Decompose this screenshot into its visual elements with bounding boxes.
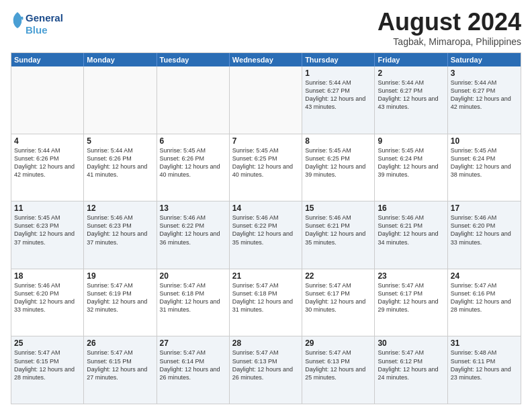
day-number: 26 bbox=[87, 338, 153, 348]
header-day-thursday: Thursday bbox=[302, 53, 375, 66]
cell-info: Sunrise: 5:46 AM Sunset: 6:21 PM Dayligh… bbox=[378, 214, 444, 246]
calendar-header: SundayMondayTuesdayWednesdayThursdayFrid… bbox=[11, 53, 521, 66]
day-number: 8 bbox=[305, 136, 371, 146]
cell-info: Sunrise: 5:47 AM Sunset: 6:19 PM Dayligh… bbox=[87, 281, 153, 314]
cell-info: Sunrise: 5:45 AM Sunset: 6:23 PM Dayligh… bbox=[14, 214, 81, 246]
calendar-cell: 15 Sunrise: 5:46 AM Sunset: 6:21 PM Dayl… bbox=[302, 201, 375, 269]
calendar-row-4: 25 Sunrise: 5:47 AM Sunset: 6:15 PM Dayl… bbox=[11, 336, 521, 404]
day-number: 15 bbox=[305, 203, 371, 213]
day-number: 5 bbox=[87, 136, 153, 146]
cell-info: Sunrise: 5:45 AM Sunset: 6:24 PM Dayligh… bbox=[451, 146, 518, 179]
cell-info: Sunrise: 5:47 AM Sunset: 6:17 PM Dayligh… bbox=[378, 281, 444, 314]
cell-info: Sunrise: 5:45 AM Sunset: 6:25 PM Dayligh… bbox=[232, 146, 299, 179]
page-header: General Blue August 2024 Tagbak, Mimarop… bbox=[11, 8, 521, 47]
day-number: 22 bbox=[305, 271, 371, 281]
cell-info: Sunrise: 5:47 AM Sunset: 6:18 PM Dayligh… bbox=[160, 281, 226, 314]
calendar-cell: 26 Sunrise: 5:47 AM Sunset: 6:15 PM Dayl… bbox=[84, 336, 157, 404]
calendar-cell: 3 Sunrise: 5:44 AM Sunset: 6:27 PM Dayli… bbox=[448, 66, 521, 134]
logo: General Blue bbox=[11, 11, 63, 38]
day-number: 1 bbox=[305, 68, 371, 78]
cell-info: Sunrise: 5:47 AM Sunset: 6:18 PM Dayligh… bbox=[232, 281, 299, 314]
cell-info: Sunrise: 5:47 AM Sunset: 6:13 PM Dayligh… bbox=[232, 349, 299, 381]
logo-line2: Blue bbox=[26, 24, 63, 36]
day-number: 2 bbox=[378, 68, 444, 78]
calendar-cell: 7 Sunrise: 5:45 AM Sunset: 6:25 PM Dayli… bbox=[230, 134, 302, 201]
cell-info: Sunrise: 5:47 AM Sunset: 6:12 PM Dayligh… bbox=[378, 349, 444, 381]
day-number: 23 bbox=[378, 271, 444, 281]
day-number: 12 bbox=[87, 203, 153, 213]
day-number: 3 bbox=[451, 68, 518, 78]
day-number: 10 bbox=[451, 136, 518, 146]
calendar-cell: 20 Sunrise: 5:47 AM Sunset: 6:18 PM Dayl… bbox=[157, 269, 230, 336]
calendar-cell: 23 Sunrise: 5:47 AM Sunset: 6:17 PM Dayl… bbox=[375, 269, 447, 336]
calendar-cell bbox=[157, 66, 230, 134]
calendar-cell bbox=[230, 66, 302, 134]
calendar-row-1: 4 Sunrise: 5:44 AM Sunset: 6:26 PM Dayli… bbox=[11, 134, 521, 201]
cell-info: Sunrise: 5:44 AM Sunset: 6:27 PM Dayligh… bbox=[451, 79, 518, 111]
calendar-cell: 10 Sunrise: 5:45 AM Sunset: 6:24 PM Dayl… bbox=[448, 134, 521, 201]
day-number: 9 bbox=[378, 136, 444, 146]
cell-info: Sunrise: 5:47 AM Sunset: 6:13 PM Dayligh… bbox=[305, 349, 371, 381]
calendar-cell bbox=[11, 66, 84, 134]
calendar-cell: 22 Sunrise: 5:47 AM Sunset: 6:17 PM Dayl… bbox=[302, 269, 375, 336]
calendar-cell: 5 Sunrise: 5:44 AM Sunset: 6:26 PM Dayli… bbox=[84, 134, 157, 201]
calendar-cell: 24 Sunrise: 5:47 AM Sunset: 6:16 PM Dayl… bbox=[448, 269, 521, 336]
day-number: 27 bbox=[160, 338, 226, 348]
calendar-cell: 14 Sunrise: 5:46 AM Sunset: 6:22 PM Dayl… bbox=[230, 201, 302, 269]
calendar-cell bbox=[84, 66, 157, 134]
calendar-cell: 13 Sunrise: 5:46 AM Sunset: 6:22 PM Dayl… bbox=[157, 201, 230, 269]
cell-info: Sunrise: 5:44 AM Sunset: 6:26 PM Dayligh… bbox=[87, 146, 153, 179]
day-number: 19 bbox=[87, 271, 153, 281]
day-number: 25 bbox=[14, 338, 81, 348]
calendar-cell: 19 Sunrise: 5:47 AM Sunset: 6:19 PM Dayl… bbox=[84, 269, 157, 336]
day-number: 16 bbox=[378, 203, 444, 213]
month-title: August 2024 bbox=[378, 8, 521, 36]
calendar-cell: 27 Sunrise: 5:47 AM Sunset: 6:14 PM Dayl… bbox=[157, 336, 230, 404]
calendar-cell: 29 Sunrise: 5:47 AM Sunset: 6:13 PM Dayl… bbox=[302, 336, 375, 404]
calendar-cell: 1 Sunrise: 5:44 AM Sunset: 6:27 PM Dayli… bbox=[302, 66, 375, 134]
calendar-body: 1 Sunrise: 5:44 AM Sunset: 6:27 PM Dayli… bbox=[11, 66, 521, 404]
header-day-monday: Monday bbox=[84, 53, 157, 66]
day-number: 17 bbox=[451, 203, 518, 213]
cell-info: Sunrise: 5:46 AM Sunset: 6:23 PM Dayligh… bbox=[87, 214, 153, 246]
cell-info: Sunrise: 5:46 AM Sunset: 6:20 PM Dayligh… bbox=[14, 281, 81, 314]
cell-info: Sunrise: 5:44 AM Sunset: 6:27 PM Dayligh… bbox=[305, 79, 371, 111]
day-number: 21 bbox=[232, 271, 299, 281]
header-day-wednesday: Wednesday bbox=[230, 53, 302, 66]
calendar-cell: 11 Sunrise: 5:45 AM Sunset: 6:23 PM Dayl… bbox=[11, 201, 84, 269]
cell-info: Sunrise: 5:47 AM Sunset: 6:15 PM Dayligh… bbox=[87, 349, 153, 381]
day-number: 14 bbox=[232, 203, 299, 213]
calendar-cell: 28 Sunrise: 5:47 AM Sunset: 6:13 PM Dayl… bbox=[230, 336, 302, 404]
day-number: 18 bbox=[14, 271, 81, 281]
calendar-cell: 6 Sunrise: 5:45 AM Sunset: 6:26 PM Dayli… bbox=[157, 134, 230, 201]
header-day-saturday: Saturday bbox=[448, 53, 521, 66]
day-number: 29 bbox=[305, 338, 371, 348]
calendar-cell: 21 Sunrise: 5:47 AM Sunset: 6:18 PM Dayl… bbox=[230, 269, 302, 336]
day-number: 11 bbox=[14, 203, 81, 213]
header-day-tuesday: Tuesday bbox=[157, 53, 230, 66]
cell-info: Sunrise: 5:44 AM Sunset: 6:27 PM Dayligh… bbox=[378, 79, 444, 111]
cell-info: Sunrise: 5:46 AM Sunset: 6:22 PM Dayligh… bbox=[160, 214, 226, 246]
header-day-friday: Friday bbox=[375, 53, 447, 66]
logo-bird-icon bbox=[11, 11, 24, 35]
cell-info: Sunrise: 5:45 AM Sunset: 6:25 PM Dayligh… bbox=[305, 146, 371, 179]
logo-line1: General bbox=[26, 12, 63, 24]
cell-info: Sunrise: 5:45 AM Sunset: 6:24 PM Dayligh… bbox=[378, 146, 444, 179]
day-number: 31 bbox=[451, 338, 518, 348]
cell-info: Sunrise: 5:48 AM Sunset: 6:11 PM Dayligh… bbox=[451, 349, 518, 381]
calendar: SundayMondayTuesdayWednesdayThursdayFrid… bbox=[11, 52, 521, 404]
day-number: 7 bbox=[232, 136, 299, 146]
cell-info: Sunrise: 5:47 AM Sunset: 6:14 PM Dayligh… bbox=[160, 349, 226, 381]
day-number: 4 bbox=[14, 136, 81, 146]
calendar-cell: 17 Sunrise: 5:46 AM Sunset: 6:20 PM Dayl… bbox=[448, 201, 521, 269]
calendar-row-3: 18 Sunrise: 5:46 AM Sunset: 6:20 PM Dayl… bbox=[11, 269, 521, 336]
cell-info: Sunrise: 5:46 AM Sunset: 6:20 PM Dayligh… bbox=[451, 214, 518, 246]
cell-info: Sunrise: 5:46 AM Sunset: 6:21 PM Dayligh… bbox=[305, 214, 371, 246]
header-day-sunday: Sunday bbox=[11, 53, 84, 66]
day-number: 28 bbox=[232, 338, 299, 348]
calendar-cell: 30 Sunrise: 5:47 AM Sunset: 6:12 PM Dayl… bbox=[375, 336, 447, 404]
day-number: 24 bbox=[451, 271, 518, 281]
cell-info: Sunrise: 5:47 AM Sunset: 6:15 PM Dayligh… bbox=[14, 349, 81, 381]
day-number: 30 bbox=[378, 338, 444, 348]
calendar-cell: 16 Sunrise: 5:46 AM Sunset: 6:21 PM Dayl… bbox=[375, 201, 447, 269]
